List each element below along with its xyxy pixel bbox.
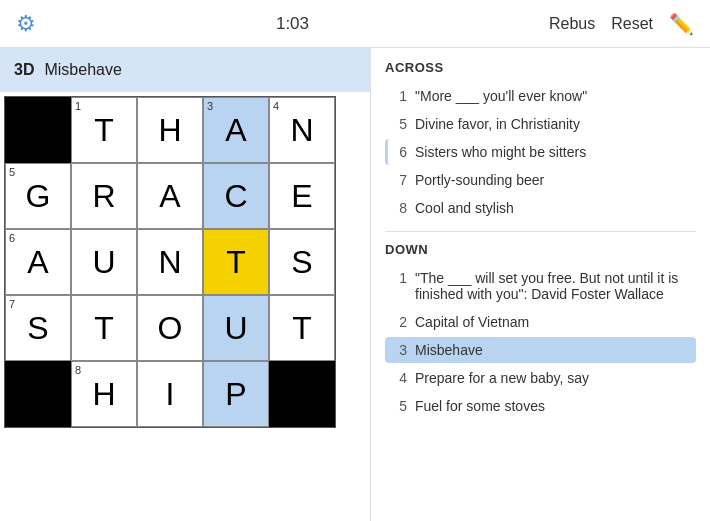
- grid-cell[interactable]: 4N: [269, 97, 335, 163]
- grid-cell[interactable]: S: [269, 229, 335, 295]
- grid-container: 1TH3A4N5GRACE6AUNTS7STOUT8HIP: [0, 92, 370, 521]
- cell-number: 3: [207, 100, 213, 112]
- across-clue-item[interactable]: 1"More ___ you'll ever know": [385, 83, 696, 109]
- grid-cell[interactable]: [5, 97, 71, 163]
- cell-letter: S: [27, 310, 48, 347]
- main-content: 3D Misbehave 1TH3A4N5GRACE6AUNTS7STOUT8H…: [0, 48, 710, 521]
- grid-cell[interactable]: H: [137, 97, 203, 163]
- clue-number: 2: [391, 314, 407, 330]
- grid-cell[interactable]: T: [203, 229, 269, 295]
- rebus-button[interactable]: Rebus: [549, 15, 595, 33]
- clue-number: 3: [391, 342, 407, 358]
- cell-letter: U: [92, 244, 115, 281]
- clue-number: 8: [391, 200, 407, 216]
- grid-cell[interactable]: 5G: [5, 163, 71, 229]
- grid-cell[interactable]: 7S: [5, 295, 71, 361]
- grid-cell[interactable]: I: [137, 361, 203, 427]
- cell-number: 6: [9, 232, 15, 244]
- cell-number: 4: [273, 100, 279, 112]
- current-clue-text: Misbehave: [44, 61, 121, 79]
- clue-text: "More ___ you'll ever know": [415, 88, 587, 104]
- grid-cell[interactable]: T: [269, 295, 335, 361]
- cell-letter: G: [26, 178, 51, 215]
- reset-button[interactable]: Reset: [611, 15, 653, 33]
- clue-text: Prepare for a new baby, say: [415, 370, 589, 386]
- grid-cell[interactable]: C: [203, 163, 269, 229]
- grid-cell[interactable]: N: [137, 229, 203, 295]
- across-clue-item[interactable]: 6Sisters who might be sitters: [385, 139, 696, 165]
- cell-letter: S: [291, 244, 312, 281]
- clue-text: Misbehave: [415, 342, 483, 358]
- grid-cell[interactable]: 1T: [71, 97, 137, 163]
- settings-icon[interactable]: ⚙: [16, 11, 36, 37]
- header: ⚙ 1:03 Rebus Reset ✏️: [0, 0, 710, 48]
- clues-section: ACROSS 1"More ___ you'll ever know"5Divi…: [371, 48, 710, 521]
- left-panel: 3D Misbehave 1TH3A4N5GRACE6AUNTS7STOUT8H…: [0, 48, 370, 521]
- down-clues-list: 1"The ___ will set you free. But not unt…: [385, 265, 696, 419]
- clue-number: 4: [391, 370, 407, 386]
- cell-letter: H: [158, 112, 181, 149]
- cell-number: 1: [75, 100, 81, 112]
- grid-cell[interactable]: P: [203, 361, 269, 427]
- grid-cell[interactable]: T: [71, 295, 137, 361]
- clue-text: "The ___ will set you free. But not unti…: [415, 270, 690, 302]
- grid-cell[interactable]: U: [71, 229, 137, 295]
- cell-number: 7: [9, 298, 15, 310]
- grid-cell[interactable]: U: [203, 295, 269, 361]
- clue-number: 1: [391, 270, 407, 302]
- cell-letter: U: [224, 310, 247, 347]
- clue-number: 5: [391, 398, 407, 414]
- cell-letter: N: [158, 244, 181, 281]
- down-clue-item[interactable]: 3Misbehave: [385, 337, 696, 363]
- cell-letter: I: [166, 376, 175, 413]
- cell-letter: O: [158, 310, 183, 347]
- grid-cell[interactable]: O: [137, 295, 203, 361]
- cell-letter: T: [94, 310, 114, 347]
- down-clue-item[interactable]: 5Fuel for some stoves: [385, 393, 696, 419]
- down-clue-item[interactable]: 2Capital of Vietnam: [385, 309, 696, 335]
- clue-number: 5: [391, 116, 407, 132]
- across-clue-item[interactable]: 8Cool and stylish: [385, 195, 696, 221]
- cell-letter: P: [225, 376, 246, 413]
- header-actions: Rebus Reset ✏️: [549, 12, 694, 36]
- grid-cell[interactable]: E: [269, 163, 335, 229]
- grid-cell[interactable]: [5, 361, 71, 427]
- cell-letter: A: [27, 244, 48, 281]
- clues-divider: [385, 231, 696, 232]
- cell-letter: N: [290, 112, 313, 149]
- cell-letter: T: [292, 310, 312, 347]
- grid-cell[interactable]: 3A: [203, 97, 269, 163]
- grid-cell[interactable]: R: [71, 163, 137, 229]
- cell-letter: C: [224, 178, 247, 215]
- cell-letter: E: [291, 178, 312, 215]
- grid-cell[interactable]: A: [137, 163, 203, 229]
- cell-letter: A: [159, 178, 180, 215]
- clue-text: Fuel for some stoves: [415, 398, 545, 414]
- across-clues-list: 1"More ___ you'll ever know"5Divine favo…: [385, 83, 696, 221]
- grid-cell[interactable]: [269, 361, 335, 427]
- clue-text: Capital of Vietnam: [415, 314, 529, 330]
- cell-number: 5: [9, 166, 15, 178]
- across-clue-item[interactable]: 5Divine favor, in Christianity: [385, 111, 696, 137]
- cell-letter: T: [226, 244, 246, 281]
- pencil-icon[interactable]: ✏️: [669, 12, 694, 36]
- grid-cell[interactable]: 8H: [71, 361, 137, 427]
- clue-text: Cool and stylish: [415, 200, 514, 216]
- down-clue-item[interactable]: 1"The ___ will set you free. But not unt…: [385, 265, 696, 307]
- clue-text: Sisters who might be sitters: [415, 144, 586, 160]
- cell-letter: T: [94, 112, 114, 149]
- cell-letter: R: [92, 178, 115, 215]
- grid-cell[interactable]: 6A: [5, 229, 71, 295]
- clue-number: 7: [391, 172, 407, 188]
- right-panel: ACROSS 1"More ___ you'll ever know"5Divi…: [370, 48, 710, 521]
- clue-number: 6: [391, 144, 407, 160]
- clue-number: 1: [391, 88, 407, 104]
- across-header: ACROSS: [385, 60, 696, 75]
- down-clue-item[interactable]: 4Prepare for a new baby, say: [385, 365, 696, 391]
- cell-number: 8: [75, 364, 81, 376]
- crossword-grid: 1TH3A4N5GRACE6AUNTS7STOUT8HIP: [4, 96, 336, 428]
- timer: 1:03: [276, 14, 309, 34]
- clue-text: Portly-sounding beer: [415, 172, 544, 188]
- across-clue-item[interactable]: 7Portly-sounding beer: [385, 167, 696, 193]
- cell-letter: A: [225, 112, 246, 149]
